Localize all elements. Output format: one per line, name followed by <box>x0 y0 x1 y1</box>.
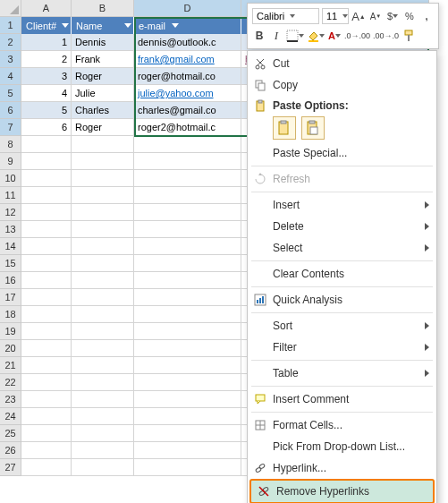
cell[interactable] <box>72 204 134 221</box>
filter-dropdown-icon[interactable] <box>124 23 131 28</box>
font-name-combo[interactable]: Calibri <box>252 8 319 24</box>
cell[interactable] <box>134 238 241 255</box>
bold-button[interactable]: B <box>252 28 266 44</box>
cell[interactable] <box>72 187 134 204</box>
row-head[interactable]: 24 <box>0 408 21 425</box>
cell[interactable] <box>134 442 241 459</box>
format-painter-button[interactable] <box>402 28 416 44</box>
row-head[interactable]: 7 <box>0 119 21 136</box>
cell[interactable] <box>21 357 72 374</box>
cell[interactable] <box>134 153 241 170</box>
row-head[interactable]: 27 <box>0 459 21 476</box>
cell[interactable] <box>72 170 134 187</box>
cell[interactable] <box>21 221 72 238</box>
cell[interactable] <box>72 340 134 357</box>
row-head[interactable]: 20 <box>0 340 21 357</box>
row-head[interactable]: 17 <box>0 289 21 306</box>
table-header-email[interactable]: e-mail <box>134 17 241 34</box>
col-head-A[interactable]: A <box>21 0 72 17</box>
cell-email[interactable]: dennis@outlook.c <box>134 34 241 51</box>
cell[interactable] <box>21 255 72 272</box>
cell[interactable] <box>21 340 72 357</box>
table-header-client[interactable]: Client# <box>21 17 72 34</box>
ctx-clear-contents[interactable]: Clear Contents <box>248 263 436 285</box>
ctx-select[interactable]: Select <box>248 237 436 259</box>
ctx-quick-analysis[interactable]: Quick Analysis <box>248 289 436 311</box>
cell-name[interactable]: Roger <box>72 119 134 136</box>
cell[interactable] <box>134 272 241 289</box>
cell[interactable] <box>72 221 134 238</box>
cell[interactable] <box>21 272 72 289</box>
cell[interactable] <box>21 408 72 425</box>
cell[interactable] <box>21 306 72 323</box>
cell[interactable] <box>134 255 241 272</box>
cell[interactable] <box>21 187 72 204</box>
row-head[interactable]: 14 <box>0 238 21 255</box>
cell[interactable] <box>21 374 72 391</box>
paste-default-button[interactable] <box>273 116 296 140</box>
row-head[interactable]: 11 <box>0 187 21 204</box>
cell[interactable] <box>72 459 134 476</box>
row-head[interactable]: 18 <box>0 306 21 323</box>
cell-name[interactable]: Julie <box>72 85 134 102</box>
cell[interactable] <box>21 459 72 476</box>
row-head[interactable]: 2 <box>0 34 21 51</box>
cell[interactable] <box>21 204 72 221</box>
cell[interactable] <box>134 323 241 340</box>
hyperlink-text[interactable]: julie@yahoo.com <box>138 88 214 98</box>
cell[interactable] <box>72 408 134 425</box>
cell[interactable] <box>134 170 241 187</box>
row-head[interactable]: 13 <box>0 221 21 238</box>
cell-email[interactable]: frank@gmail.com <box>134 51 241 68</box>
fill-color-button[interactable] <box>307 28 325 44</box>
row-head[interactable]: 3 <box>0 51 21 68</box>
row-head[interactable]: 12 <box>0 204 21 221</box>
percent-format-button[interactable]: % <box>402 8 417 24</box>
cell[interactable] <box>72 289 134 306</box>
cell[interactable] <box>134 187 241 204</box>
ctx-sort[interactable]: Sort <box>248 315 436 337</box>
cell[interactable] <box>134 306 241 323</box>
cell-name[interactable]: Charles <box>72 102 134 119</box>
row-head[interactable]: 25 <box>0 425 21 442</box>
hyperlink-text[interactable]: frank@gmail.com <box>138 54 215 64</box>
row-head[interactable]: 1 <box>0 17 21 34</box>
cell[interactable] <box>21 442 72 459</box>
increase-font-button[interactable]: A▲ <box>351 8 366 24</box>
ctx-filter[interactable]: Filter <box>248 337 436 358</box>
cell-id[interactable]: 6 <box>21 119 72 136</box>
cell[interactable] <box>134 340 241 357</box>
cell-id[interactable]: 2 <box>21 51 72 68</box>
row-head[interactable]: 10 <box>0 170 21 187</box>
ctx-paste-special[interactable]: Paste Special... <box>248 142 436 164</box>
ctx-cut[interactable]: Cut <box>248 53 436 74</box>
row-head[interactable]: 26 <box>0 442 21 459</box>
row-head[interactable]: 8 <box>0 136 21 153</box>
ctx-hyperlink[interactable]: Hyperlink... <box>248 457 436 479</box>
cell[interactable] <box>21 170 72 187</box>
cell[interactable] <box>72 374 134 391</box>
cell[interactable] <box>134 357 241 374</box>
cell[interactable] <box>134 289 241 306</box>
cell[interactable] <box>72 323 134 340</box>
decrease-font-button[interactable]: A▼ <box>368 8 383 24</box>
ctx-pick-from-list[interactable]: Pick From Drop-down List... <box>248 436 436 457</box>
row-head[interactable]: 23 <box>0 391 21 408</box>
filter-dropdown-icon[interactable] <box>62 23 69 28</box>
row-head[interactable]: 19 <box>0 323 21 340</box>
ctx-remove-hyperlinks[interactable]: Remove Hyperlinks <box>249 479 435 503</box>
cell-id[interactable]: 1 <box>21 34 72 51</box>
italic-button[interactable]: I <box>269 28 283 44</box>
cell[interactable] <box>134 221 241 238</box>
row-head[interactable]: 22 <box>0 374 21 391</box>
filter-dropdown-icon[interactable] <box>172 23 179 28</box>
cell[interactable] <box>72 153 134 170</box>
row-head[interactable]: 5 <box>0 85 21 102</box>
cell[interactable] <box>72 391 134 408</box>
cell[interactable] <box>72 425 134 442</box>
cell-email[interactable]: julie@yahoo.com <box>134 85 241 102</box>
font-color-button[interactable]: A <box>327 28 342 44</box>
row-head[interactable]: 6 <box>0 102 21 119</box>
border-button[interactable] <box>286 28 304 44</box>
cell[interactable] <box>134 136 241 153</box>
